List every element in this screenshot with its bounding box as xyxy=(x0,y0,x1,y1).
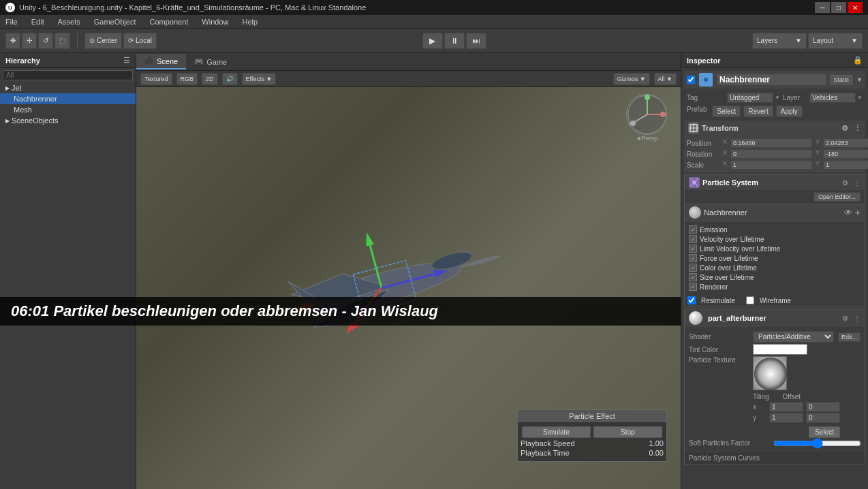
renderer-checkbox[interactable] xyxy=(689,283,697,291)
emission-checkbox[interactable] xyxy=(689,225,697,234)
hierarchy-item-jet[interactable]: ▶Jet xyxy=(0,82,136,93)
pause-button[interactable]: ⏸ xyxy=(444,33,465,49)
menu-file[interactable]: File xyxy=(3,16,20,27)
titlebar-title: Unity - 6_Beschleunigung.unity - Kapitel… xyxy=(19,3,366,12)
menu-window[interactable]: Window xyxy=(199,16,231,27)
resimulate-checkbox[interactable] xyxy=(687,296,696,304)
particle-effect-content: Simulate Stop Playback Speed 1.00 Playba… xyxy=(518,422,666,461)
size-checkbox[interactable] xyxy=(689,273,697,281)
static-dropdown-icon[interactable]: ▼ xyxy=(856,76,863,83)
rotation-y-field[interactable] xyxy=(823,149,868,159)
static-badge[interactable]: Static xyxy=(831,75,853,84)
soft-particles-slider[interactable] xyxy=(773,440,861,447)
2d-button[interactable]: 2D xyxy=(202,73,218,85)
add-icon[interactable]: + xyxy=(855,207,861,218)
open-editor-button[interactable]: Open Editor... xyxy=(813,192,861,202)
tiling-header: Tiling xyxy=(753,393,769,400)
viewport[interactable]: Y X Z ◄Persp Particle Effect Simulate St… xyxy=(136,87,681,489)
layout-chevron-icon: ▼ xyxy=(851,37,858,44)
effects-button[interactable]: Effects ▼ xyxy=(242,73,277,85)
all-tag-button[interactable]: All ▼ xyxy=(654,73,677,85)
transform-more-icon[interactable]: ⋮ xyxy=(854,124,861,133)
mat-more-icon[interactable]: ⋮ xyxy=(854,315,861,322)
offset-x-field[interactable] xyxy=(806,402,840,412)
tag-layer-row: Tag Untagged ▼ Layer Vehicles ▼ xyxy=(684,91,865,104)
stop-button[interactable]: Stop xyxy=(593,426,662,438)
toolbar: ✥ ✢ ↺ ⬚ ⊙ Center ⟳ Local ▶ ⏸ ⏭ Layers ▼ … xyxy=(0,29,868,53)
prefab-select-button[interactable]: Select xyxy=(712,106,741,117)
hierarchy-item-sceneobjects[interactable]: ▶SceneObjects xyxy=(0,115,136,126)
hierarchy-search-input[interactable] xyxy=(3,70,133,80)
menu-assets[interactable]: Assets xyxy=(55,16,83,27)
ps-limit-velocity-row: Limit Velocity over Lifetime xyxy=(689,245,861,253)
layout-dropdown[interactable]: Layout ▼ xyxy=(808,33,863,49)
tint-color-swatch[interactable] xyxy=(753,344,807,355)
play-button[interactable]: ▶ xyxy=(422,33,443,49)
hand-tool[interactable]: ✥ xyxy=(5,33,20,49)
rgb-button[interactable]: RGB xyxy=(176,73,198,85)
audio-button[interactable]: 🔊 xyxy=(222,73,238,85)
menu-gameobject[interactable]: GameObject xyxy=(91,16,139,27)
material-body: Shader Particles/Additive Edit... Tint C… xyxy=(685,327,865,451)
tab-scene[interactable]: ⬛ Scene xyxy=(136,54,186,69)
tag-value[interactable]: Untagged xyxy=(727,93,773,103)
scene-gizmo[interactable]: Y X Z ◄Persp xyxy=(626,94,667,135)
force-checkbox[interactable] xyxy=(689,254,697,262)
mat-settings-icon[interactable]: ⚙ xyxy=(842,315,848,322)
inspector-lock-icon[interactable]: 🔒 xyxy=(853,56,863,65)
hierarchy-item-nachbrenner[interactable]: Nachbrenner xyxy=(0,93,136,104)
textured-button[interactable]: Textured xyxy=(140,73,172,85)
ps-settings-icon[interactable]: ⚙ xyxy=(842,179,848,187)
transform-settings-icon[interactable]: ⚙ xyxy=(841,124,848,133)
rotation-x-field[interactable] xyxy=(730,149,812,159)
scale-x-field[interactable] xyxy=(730,160,812,170)
object-enable-checkbox[interactable] xyxy=(687,76,695,84)
playback-time-label: Playback Time xyxy=(521,449,570,457)
position-y-field[interactable] xyxy=(823,138,868,148)
transform-header[interactable]: Transform ⚙ ⋮ xyxy=(684,121,865,136)
open-editor-container: Open Editor... xyxy=(685,190,865,204)
prefab-revert-button[interactable]: Revert xyxy=(743,106,773,117)
scale-tool[interactable]: ⬚ xyxy=(55,33,70,49)
layers-dropdown[interactable]: Layers ▼ xyxy=(752,33,807,49)
eye-icon[interactable]: 👁 xyxy=(844,208,852,217)
tiling-x-field[interactable] xyxy=(769,402,803,412)
offset-y-field[interactable] xyxy=(806,413,840,423)
limit-velocity-checkbox[interactable] xyxy=(689,245,697,253)
menu-component[interactable]: Component xyxy=(146,16,191,27)
object-name[interactable]: Nachbrenner xyxy=(717,74,826,86)
hierarchy-header: Hierarchy ☰ xyxy=(0,53,136,68)
transform-fields: Position X Y Z Rotation X xyxy=(684,136,865,172)
layer-value[interactable]: Vehicles xyxy=(809,93,856,103)
shader-select[interactable]: Particles/Additive xyxy=(753,331,834,343)
minimize-button[interactable]: ─ xyxy=(815,2,830,13)
prefab-apply-button[interactable]: Apply xyxy=(776,106,803,117)
unity-logo-icon: U xyxy=(5,3,15,12)
tab-game[interactable]: 🎮 Game xyxy=(186,54,235,69)
color-checkbox[interactable] xyxy=(689,264,697,272)
texture-preview[interactable] xyxy=(753,356,787,390)
aircraft-3d-view xyxy=(211,169,552,407)
velocity-checkbox[interactable] xyxy=(689,235,697,243)
simulate-button[interactable]: Simulate xyxy=(522,426,591,438)
gizmos-button[interactable]: Gizmos ▼ xyxy=(613,73,650,85)
maximize-button[interactable]: □ xyxy=(831,2,846,13)
scale-y-field[interactable] xyxy=(823,160,868,170)
translate-tool[interactable]: ✢ xyxy=(22,33,37,49)
shader-edit-button[interactable]: Edit... xyxy=(838,332,861,342)
position-x-field[interactable] xyxy=(730,138,812,148)
select-button[interactable]: Select xyxy=(809,426,840,438)
space-button[interactable]: ⟳ Local xyxy=(123,33,157,49)
menu-help[interactable]: Help xyxy=(239,16,260,27)
rotate-tool[interactable]: ↺ xyxy=(38,33,53,49)
pivot-button[interactable]: ⊙ Center xyxy=(84,33,122,49)
hierarchy-item-mesh[interactable]: Mesh xyxy=(0,104,136,115)
menu-edit[interactable]: Edit xyxy=(29,16,47,27)
step-button[interactable]: ⏭ xyxy=(466,33,486,49)
tiling-y-field[interactable] xyxy=(769,413,803,423)
rot-y-label: Y xyxy=(813,149,822,159)
wireframe-checkbox[interactable] xyxy=(746,296,754,304)
ps-more-icon[interactable]: ⋮ xyxy=(854,179,861,187)
close-button[interactable]: ✕ xyxy=(848,2,863,13)
hierarchy-menu-icon[interactable]: ☰ xyxy=(123,56,130,65)
